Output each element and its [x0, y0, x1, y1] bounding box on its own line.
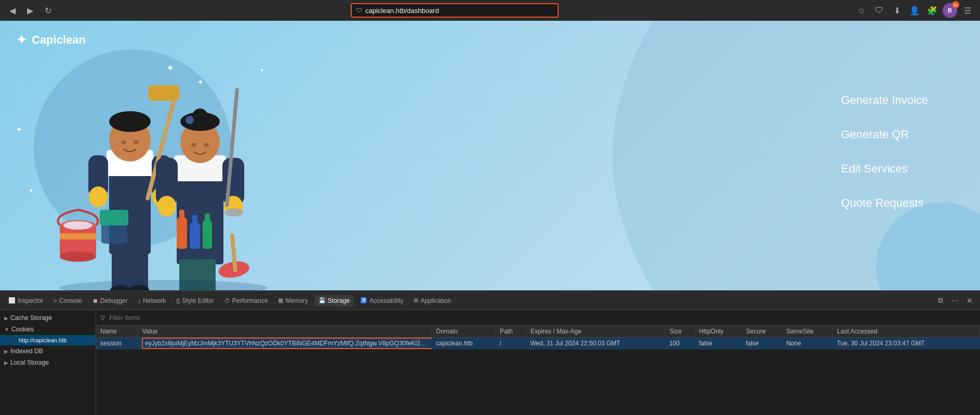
- col-name[interactable]: Name: [96, 326, 138, 338]
- browser-chrome: ◀ ▶ ↻ 🛡 capiclean.htb/dashboard ☆ 🛡 ⬇ 👤 …: [0, 0, 980, 21]
- svg-point-24: [191, 143, 196, 147]
- account-button[interactable]: 👤: [907, 3, 922, 18]
- svg-rect-43: [179, 210, 184, 220]
- sidebar-label-local-storage: Local Storage: [10, 359, 49, 366]
- tab-accessibility[interactable]: ♿ Accessibility: [356, 295, 407, 306]
- address-bar[interactable]: 🛡 capiclean.htb/dashboard: [351, 3, 559, 18]
- logo-text: Capiclean: [32, 33, 86, 47]
- cell-last-accessed: Tue, 30 Jul 2024 23:03:47 GMT: [833, 338, 980, 350]
- cell-expires: Wed, 31 Jul 2024 22:50:03 GMT: [526, 338, 665, 350]
- table-header-row: Name Value Domain Path Expires / Max-Age…: [96, 326, 980, 338]
- generate-invoice-link[interactable]: Generate Invoice: [841, 93, 928, 107]
- performance-icon: ⏱: [224, 298, 230, 304]
- page-content: ✦ Capiclean ✦ ✦ ✦ ✦ ✦ ✦ ·: [0, 21, 980, 290]
- filter-icon: ▽: [100, 314, 105, 322]
- sparkle-4: ✦: [16, 125, 22, 135]
- col-domain[interactable]: Domain: [432, 326, 496, 338]
- svg-point-3: [109, 111, 151, 132]
- forward-button[interactable]: ▶: [23, 3, 37, 18]
- edit-services-link[interactable]: Edit Services: [841, 162, 928, 176]
- svg-point-31: [224, 208, 243, 217]
- memory-icon: ▦: [278, 297, 283, 304]
- svg-rect-17: [100, 210, 128, 225]
- col-path[interactable]: Path: [495, 326, 526, 338]
- address-bar-container: 🛡 capiclean.htb/dashboard: [59, 3, 850, 18]
- tab-inspector[interactable]: ⬜ Inspector: [4, 295, 47, 306]
- devtools-content: ▽ Name Value Domain Path Expires / Max-A…: [96, 310, 980, 415]
- shield-icon: 🛡: [356, 7, 362, 14]
- table-row[interactable]: session eyJyb2xlIjoiMjEyMzJmMjk3YTU3YTVh…: [96, 338, 980, 350]
- col-secure[interactable]: Secure: [741, 326, 782, 338]
- cell-secure: false: [741, 338, 782, 350]
- tab-application[interactable]: ⊞ Application: [409, 295, 455, 306]
- svg-point-22: [192, 109, 208, 124]
- tab-memory[interactable]: ▦ Memory: [274, 295, 312, 306]
- cell-name: session: [96, 338, 138, 350]
- bookmark-button[interactable]: ☆: [854, 3, 869, 18]
- svg-rect-44: [190, 223, 200, 249]
- cookies-table: Name Value Domain Path Expires / Max-Age…: [96, 326, 980, 415]
- filter-input[interactable]: [109, 314, 976, 322]
- devtools-main: ▶ Cache Storage ▼ Cookies http://capicle…: [0, 310, 980, 415]
- refresh-button[interactable]: ↻: [41, 3, 55, 18]
- cookie-value-text: eyJyb2xlIjoiMjEyMzJmMjk3YTU3YTVhNzQzODk0…: [142, 338, 432, 349]
- tab-network[interactable]: ↕ Network: [134, 295, 170, 306]
- application-icon: ⊞: [414, 297, 418, 304]
- sidebar-item-capiclean[interactable]: http://capiclean.htb: [0, 335, 96, 345]
- svg-point-27: [157, 196, 176, 217]
- generate-qr-link[interactable]: Generate QR: [841, 128, 928, 141]
- svg-point-4: [121, 140, 126, 144]
- expand-icon-local: ▶: [4, 360, 8, 366]
- console-icon: >: [54, 298, 57, 304]
- cell-samesite: None: [782, 338, 833, 350]
- svg-rect-42: [177, 218, 187, 249]
- cleaning-illustration: [42, 46, 286, 290]
- cookies-data-table: Name Value Domain Path Expires / Max-Age…: [96, 326, 980, 350]
- network-icon: ↕: [138, 298, 141, 304]
- debugger-icon: ⏹: [92, 298, 98, 304]
- devtools-more-button[interactable]: ⋯: [949, 294, 961, 307]
- cell-path: /: [495, 338, 526, 350]
- nav-buttons: ◀ ▶ ↻: [5, 3, 55, 18]
- devtools-panel: ⬜ Inspector > Console ⏹ Debugger ↕ Netwo…: [0, 290, 980, 415]
- tab-debugger[interactable]: ⏹ Debugger: [88, 295, 132, 306]
- sidebar-item-cookies[interactable]: ▼ Cookies: [0, 324, 96, 335]
- cell-domain: capiclean.htb: [432, 338, 496, 350]
- svg-point-36: [60, 280, 268, 290]
- menu-button[interactable]: ☰: [960, 3, 975, 18]
- col-last-accessed[interactable]: Last Accessed: [833, 326, 980, 338]
- tab-style-editor[interactable]: {} Style Editor: [172, 295, 218, 306]
- download-button[interactable]: ⬇: [890, 3, 904, 18]
- cell-httponly: false: [695, 338, 741, 350]
- col-httponly[interactable]: HttpOnly: [695, 326, 741, 338]
- filter-bar: ▽: [96, 310, 980, 326]
- extensions-button[interactable]: 🧩: [925, 3, 939, 18]
- pocket-button[interactable]: 🛡: [872, 3, 886, 18]
- devtools-expand-button[interactable]: ⧉: [934, 294, 947, 307]
- svg-rect-47: [205, 213, 210, 222]
- style-editor-icon: {}: [176, 298, 180, 304]
- col-samesite[interactable]: SameSite: [782, 326, 833, 338]
- back-button[interactable]: ◀: [5, 3, 20, 18]
- sidebar-label-cookies: Cookies: [11, 326, 34, 333]
- col-value[interactable]: Value: [138, 326, 432, 338]
- devtools-toolbar-right: ⧉ ⋯ ✕: [934, 294, 976, 307]
- sidebar-item-local-storage[interactable]: ▶ Local Storage: [0, 357, 96, 368]
- profile-avatar[interactable]: 11 B: [943, 3, 957, 18]
- svg-point-5: [134, 140, 139, 144]
- sidebar-label-capiclean: http://capiclean.htb: [19, 337, 67, 343]
- svg-point-7: [89, 186, 108, 207]
- devtools-close-button[interactable]: ✕: [963, 294, 976, 307]
- svg-point-40: [63, 221, 92, 230]
- tab-storage[interactable]: 💾 Storage: [314, 295, 354, 306]
- col-expires[interactable]: Expires / Max-Age: [526, 326, 665, 338]
- address-text[interactable]: capiclean.htb/dashboard: [365, 7, 439, 15]
- sidebar-item-cache-storage[interactable]: ▶ Cache Storage: [0, 312, 96, 324]
- sidebar-item-indexed-db[interactable]: ▶ Indexed DB: [0, 345, 96, 357]
- svg-rect-41: [60, 233, 96, 239]
- tab-console[interactable]: > Console: [49, 295, 86, 306]
- tab-performance[interactable]: ⏱ Performance: [220, 295, 272, 306]
- col-size[interactable]: Size: [665, 326, 695, 338]
- cell-size: 100: [665, 338, 695, 350]
- svg-rect-11: [148, 85, 179, 101]
